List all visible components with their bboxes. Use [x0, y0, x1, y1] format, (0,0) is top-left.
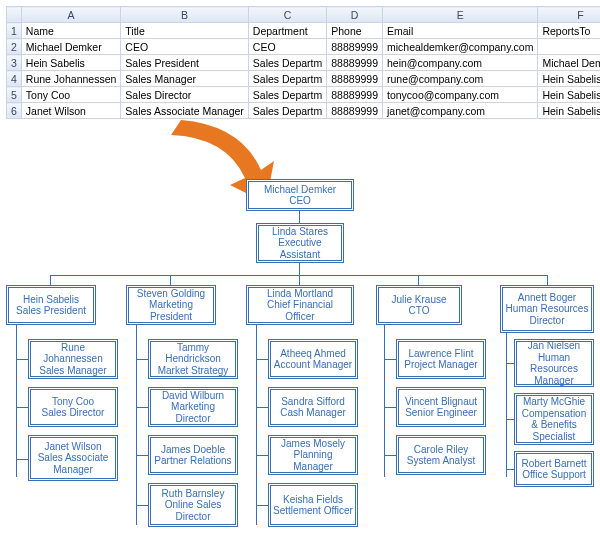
cell[interactable]: 88889999: [327, 39, 383, 55]
node-name: Hein Sabelis: [23, 294, 79, 306]
col-header-f[interactable]: F: [538, 7, 600, 23]
node-title: Executive Assistant: [261, 237, 339, 260]
col-header-a[interactable]: A: [21, 7, 121, 23]
node-name: Robert Barnett: [521, 458, 586, 470]
cell[interactable]: Janet Wilson: [21, 103, 121, 119]
cell[interactable]: hein@company.com: [383, 55, 538, 71]
org-node: Tammy Hendrickson Market Strategy: [148, 339, 238, 379]
node-title: Sales Director: [42, 407, 105, 419]
col-header-e[interactable]: E: [383, 7, 538, 23]
org-node: Jan Nielsen Human Resources Manager: [514, 339, 594, 387]
node-name: Ruth Barnsley: [162, 488, 225, 500]
node-name: Linda Mortland: [267, 288, 333, 300]
cell[interactable]: Sales Director: [121, 87, 248, 103]
org-node-l2: Linda Mortland Chief Financial Officer: [246, 285, 354, 325]
org-node: Carole Riley System Analyst: [396, 435, 486, 475]
node-name: Keisha Fields: [283, 494, 343, 506]
cell[interactable]: 88889999: [327, 71, 383, 87]
cell[interactable]: Department: [248, 23, 326, 39]
node-title: Chief Financial Officer: [251, 299, 349, 322]
cell[interactable]: Rune Johannessen: [21, 71, 121, 87]
col-header-d[interactable]: D: [327, 7, 383, 23]
org-node-ceo: Michael Demker CEO: [246, 179, 354, 211]
node-name: James Mosely: [281, 438, 345, 450]
cell[interactable]: Hein Sabelis: [21, 55, 121, 71]
node-title: Office Support: [522, 469, 586, 481]
cell[interactable]: rune@company.com: [383, 71, 538, 87]
node-name: Linda Stares: [272, 226, 328, 238]
node-title: Human Resources Director: [505, 303, 589, 326]
cell[interactable]: CEO: [121, 39, 248, 55]
org-node-assistant: Linda Stares Executive Assistant: [256, 223, 344, 263]
node-name: James Doeble: [161, 444, 225, 456]
cell[interactable]: michealdemker@company.com: [383, 39, 538, 55]
node-name: Vincent Blignaut: [405, 396, 477, 408]
row-num[interactable]: 2: [7, 39, 22, 55]
node-title: Compensation & Benefits Specialist: [519, 408, 589, 443]
node-name: Carole Riley: [414, 444, 468, 456]
col-header-c[interactable]: C: [248, 7, 326, 23]
cell[interactable]: Tony Coo: [21, 87, 121, 103]
corner-cell: [7, 7, 22, 23]
node-name: Annett Boger: [518, 292, 576, 304]
node-title: Online Sales Director: [153, 499, 233, 522]
node-title: Project Manager: [404, 359, 477, 371]
row-num[interactable]: 1: [7, 23, 22, 39]
node-title: Sales President: [16, 305, 86, 317]
cell[interactable]: Hein Sabelis: [538, 103, 600, 119]
cell[interactable]: tonycoo@company.com: [383, 87, 538, 103]
node-name: Julie Krause: [391, 294, 446, 306]
node-title: Planning Manager: [273, 449, 353, 472]
org-node: Vincent Blignaut Senior Engineer: [396, 387, 486, 427]
cell[interactable]: Michael Demker: [538, 55, 600, 71]
org-node: Lawrence Flint Project Manager: [396, 339, 486, 379]
cell[interactable]: Sales Manager: [121, 71, 248, 87]
table-row: 2 Michael Demker CEO CEO 88889999 michea…: [7, 39, 601, 55]
column-header-row: A B C D E F: [7, 7, 601, 23]
org-node: Ruth Barnsley Online Sales Director: [148, 483, 238, 527]
cell[interactable]: Hein Sabelis: [538, 71, 600, 87]
cell[interactable]: janet@company.com: [383, 103, 538, 119]
cell[interactable]: 88889999: [327, 55, 383, 71]
table-row: 4 Rune Johannessen Sales Manager Sales D…: [7, 71, 601, 87]
node-name: Tony Coo: [52, 396, 94, 408]
node-title: Sales Associate Manager: [33, 452, 113, 475]
node-name: Atheeq Ahmed: [280, 348, 346, 360]
org-node: Sandra Sifford Cash Manager: [268, 387, 358, 427]
cell[interactable]: Michael Demker: [21, 39, 121, 55]
row-num[interactable]: 4: [7, 71, 22, 87]
row-num[interactable]: 3: [7, 55, 22, 71]
org-node-l2: Annett Boger Human Resources Director: [500, 285, 594, 333]
cell[interactable]: 88889999: [327, 103, 383, 119]
cell[interactable]: Hein Sabelis: [538, 87, 600, 103]
cell[interactable]: ReportsTo: [538, 23, 600, 39]
node-name: Lawrence Flint: [408, 348, 473, 360]
node-name: Steven Golding: [137, 288, 205, 300]
cell[interactable]: Phone: [327, 23, 383, 39]
cell[interactable]: Sales President: [121, 55, 248, 71]
org-node: Marty McGhie Compensation & Benefits Spe…: [514, 393, 594, 445]
node-name: Rune Johannessen: [33, 342, 113, 365]
org-node: Rune Johannessen Sales Manager: [28, 339, 118, 379]
cell[interactable]: [538, 39, 600, 55]
cell[interactable]: Title: [121, 23, 248, 39]
cell[interactable]: CEO: [248, 39, 326, 55]
org-node: Keisha Fields Settlement Officer: [268, 483, 358, 527]
org-node-l2: Julie Krause CTO: [376, 285, 462, 325]
cell[interactable]: 88889999: [327, 87, 383, 103]
col-header-b[interactable]: B: [121, 7, 248, 23]
org-node: Robert Barnett Office Support: [514, 451, 594, 487]
row-num[interactable]: 5: [7, 87, 22, 103]
org-node: James Doeble Partner Relations: [148, 435, 238, 475]
node-name: Tammy Hendrickson: [153, 342, 233, 365]
spreadsheet: A B C D E F 1 Name Title Department Phon…: [6, 6, 600, 119]
cell[interactable]: Sales Departm: [248, 71, 326, 87]
cell[interactable]: Email: [383, 23, 538, 39]
node-title: CTO: [409, 305, 430, 317]
cell[interactable]: Name: [21, 23, 121, 39]
node-name: Sandra Sifford: [281, 396, 345, 408]
cell[interactable]: Sales Departm: [248, 55, 326, 71]
row-num[interactable]: 6: [7, 103, 22, 119]
cell[interactable]: Sales Departm: [248, 87, 326, 103]
node-title: Marketing Director: [153, 401, 233, 424]
